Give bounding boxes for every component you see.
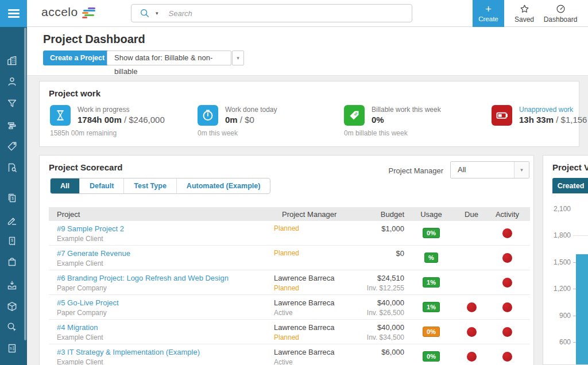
- budget-cell: $40,000Inv. $26,500: [362, 295, 404, 319]
- manager-name: Lawrence Barreca: [274, 274, 362, 282]
- budget-cell: $0: [362, 246, 404, 270]
- tab-default[interactable]: Default: [80, 178, 124, 193]
- project-link[interactable]: #4 Migration: [57, 323, 274, 332]
- sidebar-item-billing[interactable]: $: [0, 189, 24, 209]
- manager-name: Lawrence Barreca: [274, 298, 362, 307]
- sidebar-scrollbar[interactable]: [24, 28, 26, 340]
- due-status-dot-icon[interactable]: [467, 327, 477, 337]
- created-bar: [576, 254, 588, 364]
- budget-amount: $0: [362, 249, 404, 258]
- budget-invoiced: Inv. $26,500: [362, 309, 404, 317]
- column-header-activity: Activity: [485, 210, 530, 219]
- sidebar-item-products[interactable]: [0, 298, 24, 317]
- star-icon: [520, 4, 529, 14]
- sidebar-item-tickets[interactable]: [0, 138, 24, 157]
- tab-test-type[interactable]: Test Type: [124, 178, 177, 193]
- invoices-icon: $: [6, 192, 18, 206]
- sidebar-item-quotes[interactable]: [0, 159, 24, 178]
- column-header-project: Project: [49, 210, 274, 219]
- activity-status-dot-icon[interactable]: [502, 352, 512, 362]
- project-link[interactable]: #3 IT Strategy & Implementation (Example…: [57, 348, 274, 356]
- column-header-due: Due: [458, 210, 485, 219]
- stat-value: 1784h 00m / $246,000: [78, 115, 165, 125]
- show-data-filter-caret-icon[interactable]: ▾: [232, 51, 244, 65]
- project-link[interactable]: #9 Sample Project 2: [57, 224, 274, 233]
- sidebar-item-contacts[interactable]: [0, 73, 24, 92]
- sidebar-item-purchases[interactable]: $: [0, 232, 24, 252]
- activity-status-dot-icon[interactable]: [502, 278, 512, 288]
- sidebar-item-inbox[interactable]: [0, 277, 24, 296]
- due-cell: [458, 270, 485, 294]
- sidebar-item-campaigns[interactable]: [0, 319, 24, 338]
- project-cell: #5 Go-Live ProjectPaper Company: [49, 295, 274, 319]
- manager-cell: Planned: [274, 246, 362, 270]
- sidebar-item-ledger[interactable]: $: [0, 340, 24, 359]
- project-link[interactable]: #6 Branding Project: Logo Refresh and We…: [57, 274, 274, 282]
- manager-cell: Lawrence BarrecaPlanned: [274, 270, 362, 294]
- price-tag-icon: [6, 141, 18, 154]
- table-row: #7 Generate RevenueExample ClientPlanned…: [49, 246, 530, 270]
- table-row: #6 Branding Project: Logo Refresh and We…: [49, 270, 530, 295]
- sidebar-item-companies[interactable]: [0, 52, 24, 72]
- hamburger-menu-button[interactable]: [0, 0, 27, 27]
- budget-cell: $24,510Inv. $12,255: [362, 270, 404, 294]
- table-row: #3 IT Strategy & Implementation (Example…: [49, 344, 530, 365]
- project-work-title: Project work: [49, 88, 100, 98]
- tab-automated-example-[interactable]: Automated (Example): [177, 178, 270, 193]
- column-header-project-manager: Project Manager: [274, 210, 362, 219]
- tab-created[interactable]: Created: [552, 178, 588, 193]
- table-row: #9 Sample Project 2Example ClientPlanned…: [49, 221, 530, 246]
- activity-status-dot-icon[interactable]: [502, 302, 512, 312]
- global-search[interactable]: ▾: [131, 4, 412, 22]
- due-cell: [458, 295, 485, 319]
- create-button[interactable]: + Create: [473, 0, 504, 27]
- budget-cell: $1,000: [362, 221, 404, 245]
- usage-cell: 0%: [404, 344, 458, 365]
- stat-caption: 0m billable this week: [344, 129, 408, 137]
- sidebar-item-retainers[interactable]: [0, 253, 24, 273]
- project-cell: #3 IT Strategy & Implementation (Example…: [49, 344, 274, 365]
- dashboard-button[interactable]: Dashboard: [541, 0, 580, 27]
- activity-status-dot-icon[interactable]: [502, 228, 512, 238]
- search-icon[interactable]: [140, 8, 150, 18]
- create-a-project-button[interactable]: Create a Project: [43, 51, 111, 65]
- sidebar-item-expenses[interactable]: [0, 212, 24, 231]
- show-data-filter[interactable]: Show data for: Billable & non-billable: [107, 51, 231, 65]
- tab-all[interactable]: All: [51, 178, 80, 193]
- project-client: Paper Company: [57, 284, 274, 292]
- app-window: accelo ▾ + Create Saved Das: [0, 0, 588, 365]
- stat-label[interactable]: Unapproved work: [519, 106, 573, 114]
- stat-work-in-progress: Work in progress1784h 00m / $246,0001585…: [50, 105, 194, 145]
- activity-cell: [485, 221, 530, 245]
- project-value-panel: Project V Created 2,1001,8001,5001,20090…: [543, 155, 588, 365]
- activity-status-dot-icon[interactable]: [502, 327, 512, 337]
- sidebar-item-projects[interactable]: [0, 117, 24, 137]
- activity-status-dot-icon[interactable]: [502, 253, 512, 263]
- due-status-dot-icon[interactable]: [467, 352, 477, 362]
- project-client: Example Client: [57, 259, 274, 267]
- search-input[interactable]: [169, 9, 412, 18]
- project-cell: #7 Generate RevenueExample Client: [49, 246, 274, 270]
- saved-button[interactable]: Saved: [510, 0, 539, 27]
- accelo-logo[interactable]: accelo: [41, 5, 95, 19]
- project-link[interactable]: #5 Go-Live Project: [57, 298, 274, 307]
- y-tick-label: 900: [546, 312, 571, 320]
- project-value-title: Project V: [552, 162, 588, 172]
- usage-cell: 0%: [404, 221, 458, 245]
- gantt-bars-icon: [6, 120, 18, 134]
- project-manager-select[interactable]: All ▾: [450, 161, 529, 178]
- sidebar-item-sales[interactable]: [0, 95, 24, 115]
- project-link[interactable]: #7 Generate Revenue: [57, 249, 274, 258]
- search-scope-caret-icon[interactable]: ▾: [156, 10, 158, 16]
- table-row: #5 Go-Live ProjectPaper CompanyLawrence …: [49, 295, 530, 320]
- gridline: [573, 235, 588, 236]
- usage-cell: 0%: [404, 320, 458, 344]
- due-cell: [458, 344, 485, 365]
- due-status-dot-icon[interactable]: [467, 302, 477, 312]
- usage-cell: 1%: [404, 270, 458, 294]
- select-caret-icon[interactable]: ▾: [514, 162, 529, 178]
- project-work-panel: Project work Work in progress1784h 00m /…: [39, 81, 579, 147]
- svg-text:$: $: [10, 347, 12, 350]
- y-tick-label: 1,200: [546, 285, 571, 293]
- stat-value: 0m / $0: [225, 115, 254, 125]
